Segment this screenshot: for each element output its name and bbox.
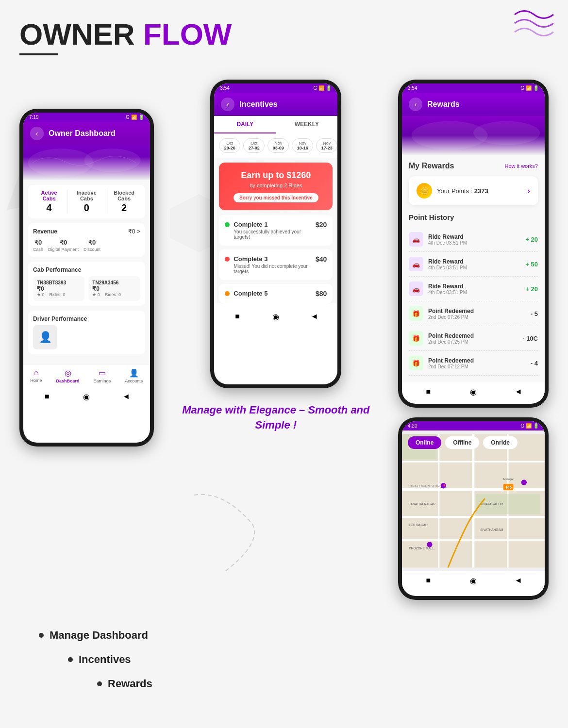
date-chip-5[interactable]: Nov 17-23 [316,138,337,153]
status-bar-3: 3:54 G📶🔋 [402,83,545,93]
tab-online[interactable]: Online [408,436,441,449]
bullet-2 [68,657,73,662]
revenue-items: ₹0 Cash ₹0 Digital Payment ₹0 Discount [33,239,140,252]
wavy-decoration [510,5,563,46]
incentives-header: ‹ Incentives [214,93,337,116]
rewards-header-bar: ‹ Rewards [402,93,545,116]
back-button-1[interactable]: ‹ [30,127,44,140]
phone2-screen: 3:54 G📶🔋 ‹ Incentives DAILY WEEKLY [214,83,337,384]
active-cabs-stat: ActiveCabs 4 [33,190,65,214]
rewards-header-row: My Rewards How it works? [409,162,538,170]
feature-item-manage: Manage Dashboard [39,629,529,642]
date-chip-2[interactable]: Oct 27-02 [243,138,265,153]
tab-daily[interactable]: DAILY [214,116,276,133]
redeem-icon-2: 🎁 [409,331,423,346]
nav-accounts[interactable]: 👤 Accounts [125,368,143,383]
phones-row: 7:19 G 📶 🔋 ‹ Owner Dashboard [19,80,549,600]
cab-perf-row: TN38BT8393 ₹0 ★ 0 Rides: 0 TN29A3456 [33,276,140,301]
driver-avatar: 👤 [33,325,57,349]
world-map-svg [23,145,150,180]
system-bar-4: ■ ◉ ◄ [402,571,545,590]
phone3-screen: 3:54 G📶🔋 ‹ Rewards [402,83,545,404]
incentive-item-2: Complete 3 Missed! You did not complete … [219,249,333,280]
feature-item-incentives: Incentives [39,653,529,666]
svg-point-0 [28,149,94,177]
history-item-1: 🚗 Ride Reward 4th Dec 03:51 PM + 20 [409,227,538,252]
points-card[interactable]: 🪙 Your Points : 2373 › [409,176,538,205]
red-dot [225,257,230,262]
bottom-nav-1: ⌂ Home ◎ DashBoard ▭ Earnings 👤 Accounts [23,364,150,387]
chevron-right-icon: › [527,186,530,196]
sys-back[interactable]: ◄ [121,391,132,402]
nav-earnings[interactable]: ▭ Earnings [94,368,111,383]
svg-text:SIVATHANGAM: SIVATHANGAM [480,528,503,531]
back-button-2[interactable]: ‹ [221,98,234,111]
page-header: OWNER FLOW [19,19,549,55]
svg-text:LGB NAGAR: LGB NAGAR [409,523,428,527]
feature-list: Manage Dashboard Incentives Rewards [19,629,549,690]
nav-home[interactable]: ⌂ Home [31,368,42,383]
inactive-cabs-stat: InactiveCabs 0 [70,190,102,214]
status-bar-4: 4:20 G📶🔋 [402,421,545,430]
map-header-bg: ‹ Owner Dashboard [23,122,150,180]
sys-circle-2[interactable]: ◉ [270,311,281,322]
blocked-cabs-stat: BlockedCabs 2 [108,190,140,214]
system-bar-2: ■ ◉ ◄ [214,307,337,326]
svg-text:Murugan: Murugan [503,478,514,480]
date-chip-4[interactable]: Nov 10-16 [292,138,313,153]
revenue-card: Revenue ₹0 > ₹0 Cash ₹0 Digital Payment [28,223,145,257]
elegant-text: Manage with Elegance – Smooth and Simple… [164,403,388,433]
status-bar-2: 3:54 G📶🔋 [214,83,337,93]
sys-square[interactable]: ■ [42,391,52,402]
incentive-item-1: Complete 1 You successfully achieved you… [219,215,333,246]
sys-back-4[interactable]: ◄ [513,575,524,586]
nav-dashboard[interactable]: ◎ DashBoard [56,368,80,383]
driver-perf-card: Driver Performance 👤 [28,311,145,354]
point-history-title: Point History [409,213,538,221]
phone-rewards: 3:54 G📶🔋 ‹ Rewards [398,80,549,408]
middle-column: 3:54 G📶🔋 ‹ Incentives DAILY WEEKLY [164,80,388,433]
how-it-works-link[interactable]: How it works? [505,163,538,169]
ride-icon-1: 🚗 [409,232,423,247]
bullet-3 [97,681,102,686]
sys-circle-4[interactable]: ◉ [468,575,479,586]
rewards-content: My Rewards How it works? 🪙 Your Points :… [402,155,545,382]
phone4-screen: 4:20 G📶🔋 Online Offline Onride [402,421,545,596]
app-header-bar-1: ‹ Owner Dashboard [23,122,150,145]
page-container: OWNER FLOW 7:19 G 📶 🔋 ‹ [0,0,568,728]
phone1-screen: 7:19 G 📶 🔋 ‹ Owner Dashboard [23,113,150,443]
accounts-icon: 👤 [129,368,139,378]
tab-weekly[interactable]: WEEKLY [276,116,337,133]
svg-text:VINAYAGAPUR: VINAYAGAPUR [480,502,503,506]
back-button-3[interactable]: ‹ [409,98,422,111]
sys-back-3[interactable]: ◄ [513,386,524,397]
orange-dot [225,291,230,296]
svg-text:📍: 📍 [442,484,447,488]
sys-circle[interactable]: ◉ [81,391,92,402]
sys-circle-3[interactable]: ◉ [468,386,479,397]
bullet-1 [39,633,44,638]
tab-onride[interactable]: Onride [483,436,518,449]
missed-button[interactable]: Sorry you missed this Incentive [234,193,318,202]
revenue-header: Revenue ₹0 > [33,228,140,235]
sys-square-3[interactable]: ■ [423,386,434,397]
map-status-tabs: Online Offline Onride [402,430,545,455]
date-chip-3[interactable]: Nov 03-09 [267,138,289,153]
tab-offline[interactable]: Offline [445,436,479,449]
date-chip-1[interactable]: Oct 20-26 [219,138,240,153]
header-underline [19,53,58,55]
svg-point-23 [521,480,527,485]
history-item-5: 🎁 Point Redeemed 2nd Dec 07:25 PM - 10C [409,326,538,351]
status-bar-1: 7:19 G 📶 🔋 [23,113,150,122]
sys-back-2[interactable]: ◄ [309,311,320,322]
feature-item-rewards: Rewards [39,678,529,690]
sys-square-4[interactable]: ■ [423,575,434,586]
map-content: Online Offline Onride [402,430,545,571]
cab1-item: TN38BT8393 ₹0 ★ 0 Rides: 0 [33,276,84,301]
cab-performance-card: Cab Performance TN38BT8393 ₹0 ★ 0 Rides:… [28,262,145,306]
sys-square-2[interactable]: ■ [232,311,243,322]
svg-point-24 [427,542,432,547]
revenue-discount: ₹0 Discount [84,239,100,252]
phone-map: 4:20 G📶🔋 Online Offline Onride [398,417,549,600]
history-item-6: 🎁 Point Redeemed 2nd Dec 07:12 PM - 4 [409,351,538,376]
